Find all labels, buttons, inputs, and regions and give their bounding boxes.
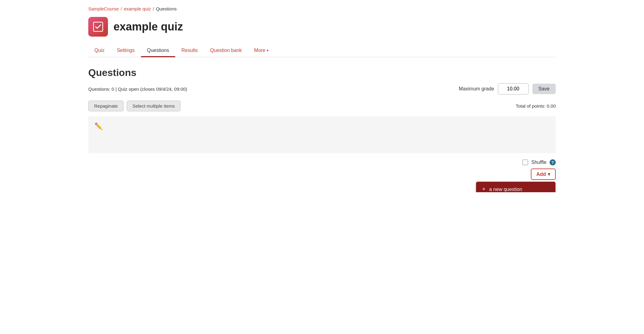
breadcrumb-course-link[interactable]: SampleCourse: [88, 6, 119, 11]
grade-input[interactable]: [498, 83, 529, 94]
action-row: Repaginate Select multiple items Total o…: [88, 101, 556, 111]
action-buttons: Repaginate Select multiple items: [88, 101, 181, 111]
shuffle-row: Shuffle ?: [88, 159, 556, 165]
breadcrumb-sep2: /: [153, 6, 154, 11]
add-button[interactable]: Add ▾: [531, 169, 556, 180]
points-total: Total of points: 0.00: [516, 103, 556, 109]
content-section: Questions Questions: 0 | Quiz open (clos…: [88, 67, 556, 186]
breadcrumb: SampleCourse / example quiz / Questions: [88, 6, 556, 11]
tab-quiz[interactable]: Quiz: [88, 44, 111, 57]
shuffle-help-icon[interactable]: ?: [550, 159, 556, 165]
section-title: Questions: [88, 67, 556, 78]
repaginate-button[interactable]: Repaginate: [88, 101, 124, 111]
plus-icon-new: +: [482, 186, 486, 192]
save-button[interactable]: Save: [532, 84, 556, 94]
shuffle-label: Shuffle: [531, 160, 547, 165]
breadcrumb-sep1: /: [121, 6, 122, 11]
breadcrumb-current: Questions: [156, 6, 177, 11]
questions-area: ✏️: [88, 116, 556, 153]
chevron-down-icon: ▾: [267, 48, 268, 53]
tab-question-bank[interactable]: Question bank: [204, 44, 248, 57]
grade-section: Maximum grade Save: [459, 83, 556, 94]
add-chevron-icon: ▾: [548, 171, 550, 177]
quiz-meta-text: Questions: 0 | Quiz open (closes 09/4/24…: [88, 86, 187, 92]
edit-icon[interactable]: ✏️: [94, 122, 103, 130]
tab-questions[interactable]: Questions: [141, 44, 175, 57]
select-items-button[interactable]: Select multiple items: [127, 101, 181, 111]
tab-results[interactable]: Results: [175, 44, 204, 57]
quiz-meta: Questions: 0 | Quiz open (closes 09/4/24…: [88, 83, 556, 94]
tab-settings[interactable]: Settings: [111, 44, 141, 57]
shuffle-checkbox[interactable]: [523, 160, 528, 165]
tab-more[interactable]: More ▾: [248, 44, 274, 57]
breadcrumb-quiz-link[interactable]: example quiz: [124, 6, 151, 11]
add-dropdown: + a new question + from question bank + …: [476, 181, 556, 192]
add-new-question-item[interactable]: + a new question: [476, 182, 555, 192]
quiz-icon-svg: [92, 21, 104, 33]
page-title: example quiz: [113, 20, 183, 33]
add-section: Add ▾ + a new question + from question b…: [88, 169, 556, 180]
grade-label: Maximum grade: [459, 86, 494, 92]
nav-tabs: Quiz Settings Questions Results Question…: [88, 44, 556, 57]
add-button-label: Add: [536, 172, 546, 177]
page-header: example quiz: [88, 17, 556, 37]
quiz-icon: [88, 17, 108, 37]
add-new-question-label: a new question: [489, 187, 523, 192]
